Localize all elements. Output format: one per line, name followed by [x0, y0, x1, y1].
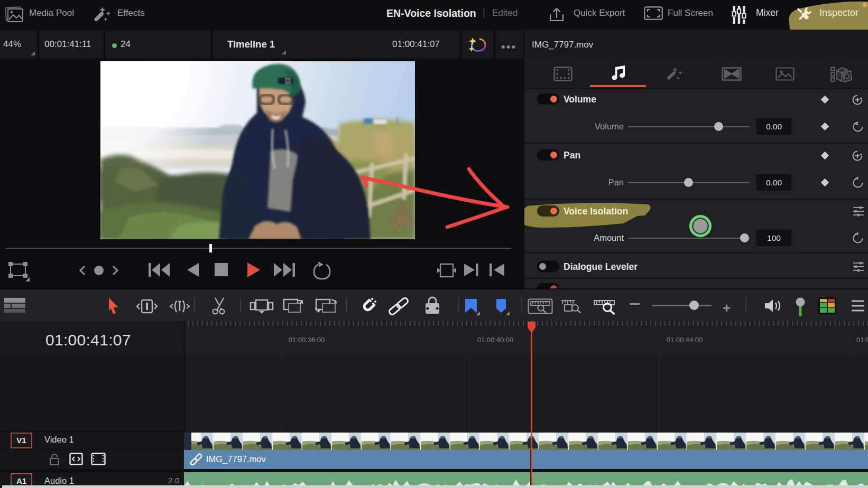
svg-text:01:00:44:00: 01:00:44:00 [667, 336, 703, 344]
svg-text:01:00:36:00: 01:00:36:00 [289, 336, 325, 344]
svg-text:01:0: 01:0 [856, 336, 868, 344]
svg-text:01:00:40:00: 01:00:40:00 [477, 336, 514, 344]
